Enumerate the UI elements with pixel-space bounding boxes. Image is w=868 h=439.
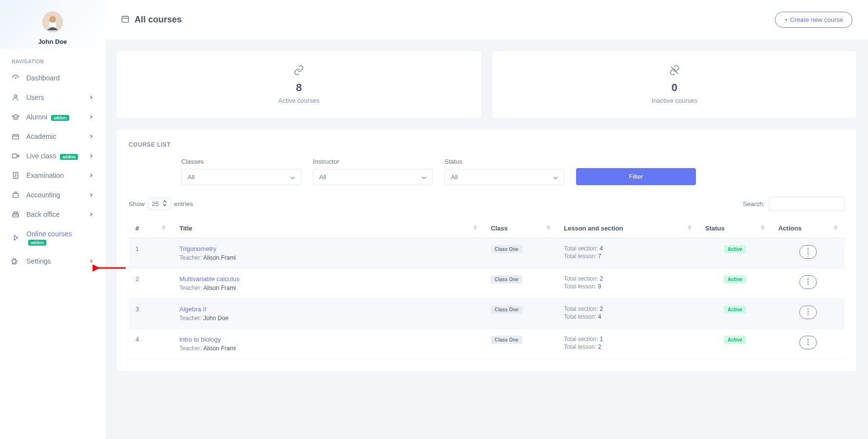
filter-status-select[interactable]: All [444,169,564,185]
addon-badge: addon [51,115,69,121]
class-badge: Class One [491,275,522,284]
sidebar-item-accounting[interactable]: Accounting [0,185,105,205]
status-badge: Active [724,275,746,284]
chevron-right-icon [89,172,94,179]
sidebar-item-back-office[interactable]: Back office [0,205,105,224]
chevron-down-icon [553,173,558,181]
chevron-right-icon [89,113,94,121]
row-actions-button[interactable] [799,275,817,289]
filter-classes-select[interactable]: All [181,169,301,185]
svg-point-33 [808,313,809,315]
avatar[interactable] [42,12,63,32]
course-title-link[interactable]: Intro to biology [179,336,477,343]
svg-point-32 [808,311,809,312]
svg-point-4 [14,95,17,97]
col-header-class[interactable]: Class [484,219,557,238]
col-header-status[interactable]: Status [698,219,772,238]
entries-value: 25 [152,200,159,208]
stat-active-courses: 8 Active courses [117,51,481,118]
svg-point-29 [808,281,809,282]
svg-marker-18 [14,235,18,240]
sidebar-item-settings[interactable]: Settings [0,251,105,271]
examination-icon [12,172,19,179]
row-actions-button[interactable] [799,245,817,259]
col-header-title[interactable]: Title [173,219,484,238]
alumni-icon [12,113,19,121]
course-list-card: COURSE LIST Classes All Instructor All S… [117,130,856,371]
cell-class: Class One [484,329,557,359]
academic-icon [12,133,19,140]
col-header-actions[interactable]: Actions [772,219,845,238]
stat-inactive-value: 0 [502,81,847,94]
sidebar-item-academic[interactable]: Academic [0,127,105,146]
svg-rect-2 [49,22,56,27]
chevron-down-icon [290,173,295,181]
chevron-right-icon [89,257,94,265]
chevron-right-icon [89,133,94,140]
show-entries: Show 25 entries [129,198,193,210]
sidebar-item-alumni[interactable]: Alumni addon [0,107,105,127]
search-input[interactable] [769,197,845,211]
cell-index: 3 [129,299,173,329]
cell-lesson: Total section: 2Total lesson: 4 [557,299,698,329]
course-title-link[interactable]: Trigonometry [179,245,477,252]
filter-classes: Classes All [181,158,301,185]
sidebar-item-users[interactable]: Users [0,88,105,107]
create-course-button[interactable]: + Create new course [775,12,852,28]
live-class-icon [12,152,19,160]
cell-title: Multivariable calculusTeacher: Alison Fr… [173,268,484,299]
row-actions-button[interactable] [799,336,817,349]
stat-active-value: 8 [127,81,471,94]
col-header-lesson[interactable]: Lesson and section [557,219,698,238]
sort-icon [473,225,477,230]
cell-title: Algebra IITeacher: John Doe [173,299,484,329]
sidebar-item-label: Academic [26,133,89,140]
filter-classes-label: Classes [181,158,301,165]
course-title-link[interactable]: Algebra II [179,305,477,313]
col-header-index[interactable]: # [129,219,173,238]
online-courses-icon [12,234,19,242]
svg-rect-16 [14,212,18,213]
class-badge: Class One [491,336,522,344]
search-label: Search: [743,200,765,208]
row-actions-button[interactable] [799,305,817,319]
addon-badge: addon [60,154,78,160]
course-title-link[interactable]: Multivariable calculus [179,275,477,283]
filter-instructor: Instructor All [313,158,433,185]
cell-title: Intro to biologyTeacher: Alison Frami [173,329,484,359]
sort-icon [162,225,166,230]
svg-point-25 [808,248,809,249]
sidebar-item-label: Dashboard [26,74,94,82]
calendar-icon [121,15,130,25]
svg-rect-14 [13,193,19,198]
sidebar-item-dashboard[interactable]: Dashboard [0,68,105,88]
cell-lesson: Total section: 4Total lesson: 7 [557,238,698,268]
sidebar-item-live-class[interactable]: Live class addon [0,146,105,166]
svg-rect-5 [13,135,19,139]
sidebar: John Doe NAVIGATION DashboardUsersAlumni… [0,0,105,382]
sidebar-item-label: Back office [26,210,89,218]
filter-instructor-select[interactable]: All [313,169,433,185]
entries-select[interactable]: 25 [148,198,171,210]
stat-inactive-label: Inactive courses [502,97,847,104]
svg-point-28 [808,278,809,280]
cell-actions [772,268,845,299]
sidebar-item-label: Alumni addon [26,113,89,121]
sidebar-item-label: Live class addon [26,152,89,160]
settings-icon [12,257,19,265]
stats: 8 Active courses 0 Inactive courses [105,39,868,130]
table-controls: Show 25 entries Search: [129,197,845,211]
more-vertical-icon [807,278,809,286]
chevron-right-icon [89,191,94,199]
filter-button[interactable]: Filter [576,168,696,185]
cell-status: Active [698,238,772,268]
svg-point-35 [808,341,809,343]
unlink-icon [502,65,847,77]
table-row: 4Intro to biologyTeacher: Alison FramiCl… [129,329,845,359]
status-badge: Active [724,245,746,253]
sidebar-item-online-courses[interactable]: Online courses addon [0,224,105,251]
status-badge: Active [724,336,746,344]
sidebar-item-examination[interactable]: Examination [0,166,105,185]
filters: Classes All Instructor All Status All [129,158,845,185]
teacher-line: Teacher: Alison Frami [179,285,477,291]
